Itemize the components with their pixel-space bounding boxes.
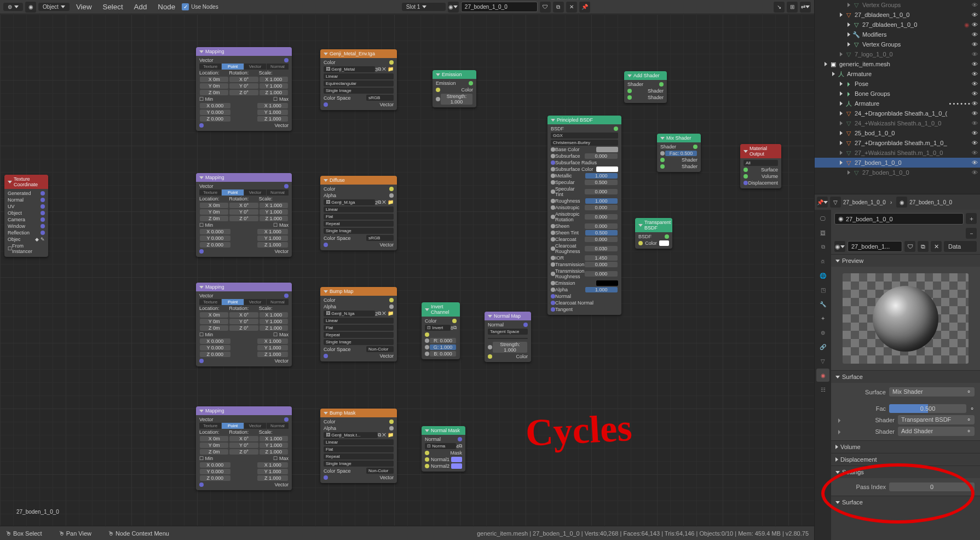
bsdf-input-transmission-roughness[interactable]: Transmission Roughness0.000 bbox=[551, 268, 618, 280]
tab-constraint[interactable]: 🔗 bbox=[816, 340, 829, 353]
colorspace-dropdown[interactable]: sRGB bbox=[366, 95, 394, 101]
editor-type-dropdown[interactable]: ⊚ bbox=[3, 3, 23, 11]
use-nodes-checkbox[interactable]: ✓Use Nodes bbox=[182, 3, 218, 10]
colorspace-dropdown[interactable]: Non-Color bbox=[366, 468, 394, 474]
expand-icon[interactable]: ⏵ bbox=[837, 417, 842, 423]
mapping-type-btn[interactable]: Normal bbox=[267, 423, 289, 429]
tab-viewlayer[interactable]: ⧉ bbox=[816, 240, 829, 254]
pass-index-field[interactable]: 0 bbox=[889, 482, 975, 491]
material-browse[interactable]: ◉ bbox=[834, 241, 845, 252]
outliner-row[interactable]: ▽27_dbladeen_1_0_0 👁 bbox=[815, 10, 980, 20]
bsdf-input-normal[interactable]: Normal bbox=[551, 293, 618, 300]
shader2-field[interactable]: Add Shader⚬ bbox=[898, 427, 975, 436]
tab-texture[interactable]: ☷ bbox=[816, 383, 829, 396]
node-mapping[interactable]: Mapping Vector TexturePointVectorNormal … bbox=[196, 47, 292, 131]
image-selector[interactable]: 🖼 Genji_M.tga bbox=[324, 199, 375, 205]
group-selector[interactable]: ⊡ Norma4⧉ bbox=[425, 443, 462, 450]
node-graph-area[interactable]: Texture Coordinate Generated Normal UV O… bbox=[0, 14, 814, 526]
outliner-row[interactable]: 🔧Modifiers 👁 bbox=[815, 30, 980, 39]
image-selector[interactable]: 🖼 Genji_Mask.t... bbox=[324, 432, 378, 438]
node-mapping[interactable]: Mapping Vector TexturePointVectorNormal … bbox=[196, 406, 292, 490]
outliner-row[interactable]: ▽27_+Wakizashi Sheath.m_1_0_0 👁 bbox=[815, 148, 980, 158]
node-normal-mask[interactable]: Normal Mask Normal ⊡ Norma4⧉ Mask Normal… bbox=[422, 426, 465, 472]
tab-particle[interactable]: ✦ bbox=[816, 312, 829, 325]
node-header[interactable]: Texture Coordinate bbox=[4, 175, 48, 189]
image-selector[interactable]: 🖼 Genji_Metal bbox=[324, 66, 375, 72]
tab-render[interactable]: 🖵 bbox=[816, 212, 829, 225]
menu-add[interactable]: Add bbox=[130, 1, 152, 13]
node-material-output[interactable]: Material Output All Surface Volume Displ… bbox=[740, 144, 781, 188]
mapping-type-btn[interactable]: Point bbox=[222, 299, 244, 305]
target-dropdown[interactable]: All bbox=[743, 160, 778, 166]
bsdf-input-alpha[interactable]: Alpha1.000 bbox=[551, 286, 618, 293]
group-selector[interactable]: ⊡ Invert8⧉ bbox=[425, 324, 457, 331]
outliner-row[interactable]: ⏵Bone Groups 👁 bbox=[815, 89, 980, 99]
mapping-type-btn[interactable]: Point bbox=[222, 64, 244, 70]
fac-slider[interactable]: 0.500 bbox=[889, 404, 966, 413]
outliner-row[interactable]: ▽Vertex Groups 👁 bbox=[815, 39, 980, 49]
source-dropdown[interactable]: Single Image bbox=[324, 228, 394, 234]
bsdf-input-metallic[interactable]: Metallic1.000 bbox=[551, 173, 618, 179]
tab-world[interactable]: 🌐 bbox=[816, 269, 829, 282]
node-mapping[interactable]: Mapping Vector TexturePointVectorNormal … bbox=[196, 283, 292, 366]
overlay-icon[interactable]: ⊞ bbox=[787, 2, 798, 13]
interp-dropdown[interactable]: Linear bbox=[324, 318, 394, 324]
material-name-field[interactable]: 27_boden_1_0_0 bbox=[461, 2, 538, 12]
node-mix-shader[interactable]: Mix Shader Shader Fac: 0.500 Shader Shad… bbox=[657, 134, 701, 172]
tab-scene[interactable]: ⛭ bbox=[816, 255, 829, 268]
slot-dropdown[interactable]: Slot 1 bbox=[402, 3, 446, 11]
panel-settings-header[interactable]: Settings bbox=[831, 466, 980, 478]
tab-modifier[interactable]: 🔧 bbox=[816, 297, 829, 311]
tab-data[interactable]: ▽ bbox=[816, 354, 829, 367]
source-dropdown[interactable]: Single Image bbox=[324, 461, 394, 467]
node-image-texture[interactable]: Bump Map Color Alpha 🖼 Genji_N.tga2 ⧉ ✕ … bbox=[320, 287, 397, 361]
outliner-row[interactable]: ▽Vertex Groups 👁 bbox=[815, 0, 980, 10]
mapping-type-btn[interactable]: Normal bbox=[267, 64, 289, 70]
bsdf-input-anisotropic[interactable]: Anisotropic0.000 bbox=[551, 204, 618, 211]
copy-icon[interactable]: ⧉ bbox=[553, 2, 564, 13]
mapping-type-btn[interactable]: Texture bbox=[199, 64, 221, 70]
arrow-icon[interactable]: ↘ bbox=[774, 2, 785, 13]
shield-icon[interactable]: 🛡 bbox=[540, 2, 551, 13]
node-image-texture[interactable]: Diffuse Color Alpha 🖼 Genji_M.tga2 ⧉ ✕ 📁… bbox=[320, 176, 397, 250]
panel-volume-header[interactable]: Volume bbox=[831, 441, 980, 453]
node-image-texture[interactable]: Bump Mask Color Alpha 🖼 Genji_Mask.t... … bbox=[320, 409, 397, 483]
data-type-icon[interactable]: ◉ bbox=[25, 2, 36, 13]
node-transparent-bsdf[interactable]: Transparent BSDF BSDF Color bbox=[635, 218, 672, 249]
node-texture-coordinate[interactable]: Texture Coordinate Generated Normal UV O… bbox=[4, 175, 48, 257]
outliner[interactable]: ▽Vertex Groups 👁▽27_dbladeen_1_0_0 👁▽27_… bbox=[815, 0, 980, 194]
properties-body[interactable]: ◉ 27_boden_1_0_0 ＋ － ◉ 27_boden_1... 🛡 ⧉… bbox=[831, 210, 980, 540]
bsdf-input-subsurface[interactable]: Subsurface0.000 bbox=[551, 153, 618, 159]
outliner-row[interactable]: ▽25_bod_1_0_0 👁 bbox=[815, 128, 980, 138]
outliner-row[interactable]: ▽7_logo_1_0_0 👁 bbox=[815, 49, 980, 59]
outliner-row[interactable]: ▽27_boden_1_0_0 👁 bbox=[815, 168, 980, 177]
sss-dropdown[interactable]: Christensen-Burley bbox=[551, 140, 618, 146]
pin-icon[interactable]: 📌 bbox=[579, 2, 590, 13]
node-principled-bsdf[interactable]: Principled BSDF BSDF GGX Christensen-Bur… bbox=[547, 116, 621, 315]
options-icon[interactable]: ⇄ bbox=[800, 2, 811, 13]
interp-dropdown[interactable]: Linear bbox=[324, 73, 394, 79]
node-image-texture[interactable]: Genji_Metal_Env.tga Color 🖼 Genji_Metal3… bbox=[320, 49, 397, 110]
node-add-shader[interactable]: Add Shader Shader Shader Shader bbox=[624, 71, 667, 103]
link-dropdown[interactable]: Data bbox=[944, 241, 977, 252]
unlink-icon[interactable]: ✕ bbox=[931, 241, 942, 252]
copy-icon[interactable]: ⧉ bbox=[918, 241, 929, 252]
bsdf-input-base-color[interactable]: Base Color bbox=[551, 146, 618, 153]
mapping-type-btn[interactable]: Point bbox=[222, 423, 244, 429]
object-picker[interactable]: Objec◆ ✎ bbox=[8, 236, 45, 243]
distribution-dropdown[interactable]: GGX bbox=[551, 133, 618, 139]
extension-dropdown[interactable]: Repeat bbox=[324, 453, 394, 459]
outliner-row[interactable]: 人Armature 👁 bbox=[815, 69, 980, 79]
bsdf-input-clearcoat-normal[interactable]: Clearcoat Normal bbox=[551, 300, 618, 306]
bsdf-input-sheen[interactable]: Sheen0.000 bbox=[551, 223, 618, 229]
mapping-type-btn[interactable]: Vector bbox=[244, 189, 266, 196]
remove-slot-button[interactable]: － bbox=[966, 228, 977, 239]
mapping-type-btn[interactable]: Texture bbox=[199, 189, 221, 196]
projection-dropdown[interactable]: Equirectangular bbox=[324, 81, 394, 87]
tab-physics[interactable]: ⊚ bbox=[816, 326, 829, 339]
node-normal-map[interactable]: Normal Map Normal Tangent Space Strength… bbox=[485, 312, 531, 362]
mapping-type-btn[interactable]: Vector bbox=[244, 423, 266, 429]
surface-shader-field[interactable]: Mix Shader⚬ bbox=[889, 387, 975, 397]
mapping-type-btn[interactable]: Normal bbox=[267, 299, 289, 305]
projection-dropdown[interactable]: Flat bbox=[324, 446, 394, 452]
